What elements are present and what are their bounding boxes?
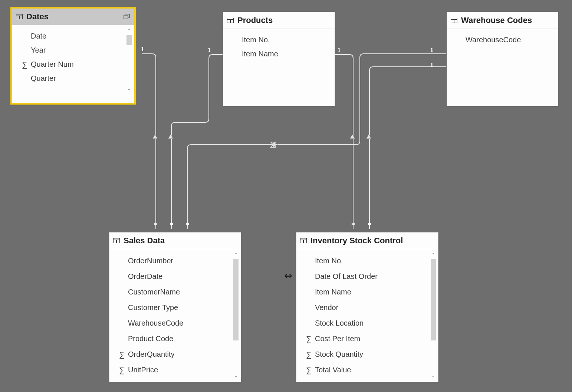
field-label: CustomerName	[128, 288, 180, 296]
scroll-down-icon[interactable]: ⌄	[430, 373, 437, 378]
field-customer-type[interactable]: Customer Type	[109, 300, 241, 315]
card-one: 1	[430, 47, 433, 53]
card-many: *	[368, 221, 371, 229]
field-label: Product Code	[128, 335, 173, 343]
scroll-thumb[interactable]	[233, 259, 239, 340]
field-label: Year	[31, 46, 46, 55]
restore-icon[interactable]	[124, 14, 130, 19]
field-label: Cost Per Item	[315, 335, 360, 343]
table-icon	[16, 14, 23, 19]
field-cost-per-item[interactable]: ∑Cost Per Item	[296, 331, 438, 346]
field-label: Item No.	[315, 257, 343, 265]
sigma-icon: ∑	[306, 350, 311, 359]
sigma-icon: ∑	[119, 366, 124, 375]
table-inventory-stock-control[interactable]: Inventory Stock Control Item No. Date Of…	[296, 232, 438, 382]
rel-warehouse-inventory[interactable]	[369, 67, 446, 229]
field-label: WarehouseCode	[466, 36, 521, 44]
table-warehouse-codes[interactable]: Warehouse Codes WarehouseCode	[447, 12, 558, 106]
field-total-value[interactable]: ∑Total Value	[296, 362, 438, 378]
resize-horizontal-cursor: ⇔	[284, 270, 292, 281]
field-order-quantity[interactable]: ∑OrderQuantity	[109, 346, 241, 362]
field-label: Date Of Last Order	[315, 272, 378, 281]
field-order-number[interactable]: OrderNumber	[109, 253, 241, 269]
sigma-icon: ∑	[119, 350, 124, 359]
scrollbar[interactable]: ⌃ ⌄	[233, 252, 239, 378]
scroll-down-icon[interactable]: ⌄	[126, 86, 132, 91]
field-label: OrderNumber	[128, 257, 173, 265]
card-one: 1	[338, 47, 341, 53]
field-label: Stock Location	[315, 319, 364, 327]
scroll-thumb[interactable]	[431, 259, 436, 340]
field-label: WarehouseCode	[128, 319, 183, 327]
card-many: *	[170, 221, 173, 229]
table-icon	[113, 238, 120, 243]
rel-dates-sales[interactable]	[142, 54, 156, 229]
table-title: Sales Data	[124, 236, 237, 246]
field-label: Customer Type	[128, 303, 178, 312]
field-stock-location[interactable]: Stock Location	[296, 315, 438, 331]
table-title: Dates	[26, 12, 121, 22]
card-one: 1	[430, 62, 433, 68]
table-title: Warehouse Codes	[461, 16, 554, 25]
field-item-no[interactable]: Item No.	[223, 33, 335, 47]
card-many: *	[351, 221, 355, 229]
rel-products-inventory[interactable]	[335, 55, 353, 229]
field-item-name[interactable]: Item Name	[223, 47, 335, 61]
table-header[interactable]: Inventory Stock Control	[296, 233, 438, 249]
card-many: *	[154, 221, 158, 229]
field-customer-name[interactable]: CustomerName	[109, 284, 241, 300]
field-label: Quarter	[31, 74, 56, 83]
sigma-icon: ∑	[306, 335, 311, 343]
field-label: OrderQuantity	[128, 350, 175, 359]
card-one: 1	[208, 47, 211, 53]
table-title: Products	[237, 16, 331, 25]
scroll-up-icon[interactable]: ⌃	[126, 28, 132, 33]
field-label: Item Name	[242, 50, 278, 58]
table-icon	[451, 18, 457, 23]
field-label: Stock Quantity	[315, 350, 363, 359]
table-dates[interactable]: Dates Date Year ∑Quarter Num Quarter ⌃ ⌄	[10, 7, 136, 105]
field-label: Item Name	[315, 288, 351, 296]
field-quarter[interactable]: Quarter	[12, 71, 134, 85]
field-label: Item No.	[242, 36, 270, 44]
field-label: UnitPrice	[128, 366, 158, 374]
table-title: Inventory Stock Control	[310, 236, 434, 246]
table-header[interactable]: Dates	[12, 9, 134, 25]
sigma-icon: ∑	[22, 60, 27, 69]
model-canvas[interactable]: 1 1 1 1 1 * * * * * Dates Date Year ∑Qua…	[0, 0, 572, 392]
field-date[interactable]: Date	[12, 29, 134, 43]
field-quarter-num[interactable]: ∑Quarter Num	[12, 57, 134, 71]
field-item-name[interactable]: Item Name	[296, 284, 438, 300]
field-product-code[interactable]: Product Code	[109, 331, 241, 346]
field-date-last-order[interactable]: Date Of Last Order	[296, 269, 438, 284]
table-icon	[300, 238, 307, 243]
field-warehouse-code[interactable]: WarehouseCode	[447, 33, 558, 47]
field-label: Date	[31, 32, 46, 40]
field-label: Vendor	[315, 303, 338, 312]
scrollbar[interactable]: ⌃ ⌄	[126, 28, 132, 91]
table-sales-data[interactable]: Sales Data OrderNumber OrderDate Custome…	[109, 232, 241, 382]
scroll-up-icon[interactable]: ⌃	[430, 252, 437, 257]
scroll-thumb[interactable]	[126, 35, 132, 45]
rel-products-sales[interactable]	[171, 55, 223, 229]
table-header[interactable]: Sales Data	[109, 233, 241, 249]
table-icon	[227, 18, 234, 23]
table-products[interactable]: Products Item No. Item Name	[223, 12, 335, 106]
scrollbar[interactable]: ⌃ ⌄	[430, 252, 437, 378]
field-order-date[interactable]: OrderDate	[109, 269, 241, 284]
svg-rect-4	[124, 15, 128, 19]
card-many: *	[185, 221, 189, 229]
table-header[interactable]: Warehouse Codes	[447, 12, 558, 29]
field-year[interactable]: Year	[12, 43, 134, 57]
field-vendor[interactable]: Vendor	[296, 300, 438, 315]
field-unit-price[interactable]: ∑UnitPrice	[109, 362, 241, 378]
field-label: Total Value	[315, 366, 351, 374]
field-stock-quantity[interactable]: ∑Stock Quantity	[296, 346, 438, 362]
field-item-no[interactable]: Item No.	[296, 253, 438, 269]
table-header[interactable]: Products	[223, 12, 335, 29]
scroll-down-icon[interactable]: ⌄	[233, 373, 239, 378]
sigma-icon: ∑	[306, 366, 311, 375]
field-label: Quarter Num	[31, 60, 74, 69]
scroll-up-icon[interactable]: ⌃	[233, 252, 239, 257]
field-warehouse-code[interactable]: WarehouseCode	[109, 315, 241, 331]
